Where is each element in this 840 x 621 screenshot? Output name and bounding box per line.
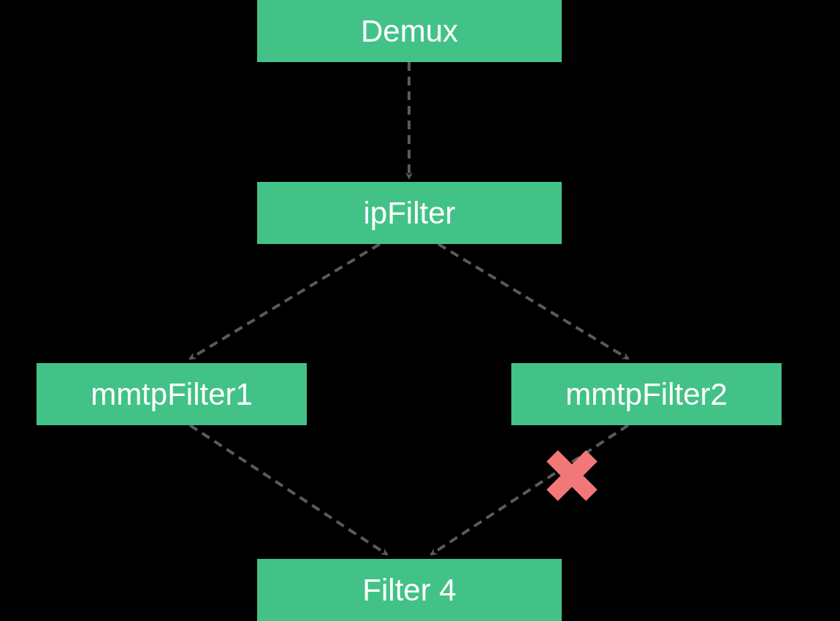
node-mmtpfilter2-label: mmtpFilter2 [565,377,728,412]
node-demux: Demux [257,0,562,62]
x-icon [542,446,602,506]
node-mmtpfilter1-label: mmtpFilter1 [91,377,253,412]
node-filter4-label: Filter 4 [362,573,456,608]
node-ipfilter: ipFilter [257,182,562,244]
edge-ipfilter-mmtpfilter2 [438,244,628,359]
node-mmtpfilter1: mmtpFilter1 [37,363,307,425]
edge-mmtpfilter1-filter4 [190,425,387,555]
node-filter4: Filter 4 [257,559,562,621]
blocked-icon [542,446,602,515]
node-ipfilter-label: ipFilter [363,196,455,231]
edge-ipfilter-mmtpfilter1 [190,244,380,359]
node-demux-label: Demux [361,14,458,49]
diagram-connections [0,0,840,621]
node-mmtpfilter2: mmtpFilter2 [511,363,782,425]
